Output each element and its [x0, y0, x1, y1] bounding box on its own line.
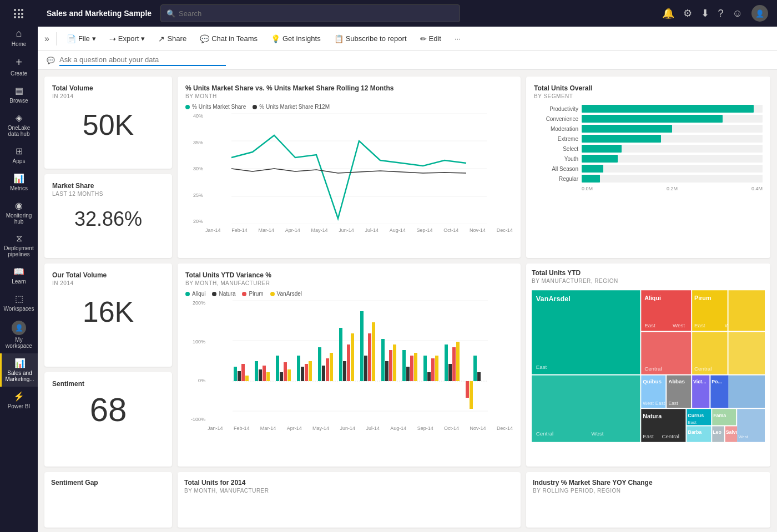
sidebar-item-waffle[interactable] — [0, 4, 38, 23]
bar-track — [582, 145, 763, 153]
industry-market-share-card: Industry % Market Share YOY Change BY RO… — [526, 472, 770, 528]
sidebar-item-home[interactable]: ⌂ Home — [0, 23, 38, 52]
bar-chart-title: Total Units Overall — [534, 84, 763, 92]
svg-text:Abbas: Abbas — [668, 378, 685, 384]
download-icon[interactable]: ⬇ — [701, 7, 709, 19]
svg-rect-88 — [729, 376, 765, 408]
sales-icon: 📊 — [14, 358, 26, 368]
bar-row-select: Select — [534, 145, 763, 153]
svg-rect-13 — [255, 361, 258, 381]
our-total-volume-card: Our Total Volume IN 2014 16K — [44, 264, 172, 367]
chat-in-teams-btn[interactable]: 💬 Chat in Teams — [194, 32, 263, 46]
apps-icon: ⊞ — [16, 146, 23, 156]
sidebar-item-learn[interactable]: 📖 Learn — [0, 262, 38, 289]
grouped-bar-axes: 200% 100% 0% -100% — [185, 300, 513, 431]
bar-fill — [582, 145, 622, 153]
svg-text:East: East — [643, 433, 654, 439]
bar-fill — [582, 165, 603, 173]
line-chart-axes: 40% 35% 30% 25% 20% — [185, 113, 513, 233]
our-total-volume-value: 16K — [52, 297, 164, 326]
notifications-icon[interactable]: 🔔 — [662, 7, 674, 19]
sentiment-gap-title: Sentiment Gap — [51, 479, 165, 487]
sidebar-item-workspaces[interactable]: ⬚ Workspaces — [0, 289, 38, 316]
legend-aliqui: Aliqui — [185, 291, 205, 297]
toolbar: » 📄 File ▾ ⇢ Export ▾ ↗ Share 💬 Chat in … — [38, 27, 777, 51]
svg-rect-51 — [452, 347, 456, 381]
create-icon: + — [16, 56, 22, 69]
bar-row-moderation: Moderation — [534, 125, 763, 133]
svg-rect-30 — [343, 361, 346, 381]
search-input[interactable] — [179, 9, 454, 18]
sidebar-item-apps[interactable]: ⊞ Apps — [0, 141, 38, 169]
bar-track — [582, 125, 763, 133]
svg-text:VanArsdel: VanArsdel — [536, 295, 571, 303]
export-icon: ⇢ — [109, 34, 116, 43]
svg-text:East: East — [536, 364, 547, 370]
svg-rect-27 — [326, 358, 329, 381]
svg-rect-18 — [280, 372, 283, 381]
avatar[interactable]: 👤 — [751, 5, 768, 22]
bar-fill — [582, 105, 754, 113]
treemap-card: Total Units YTD BY MANUFACTURER, REGION … — [526, 264, 770, 467]
sidebar-item-deployment[interactable]: ⧖ Deploymentpipelines — [0, 229, 38, 262]
help-icon[interactable]: ? — [718, 8, 724, 19]
svg-rect-36 — [372, 322, 375, 381]
svg-text:Central: Central — [662, 433, 679, 439]
powerbi-icon: ⚡ — [13, 391, 24, 402]
search-bar[interactable]: 🔍 — [160, 4, 460, 22]
svg-rect-21 — [297, 356, 300, 381]
svg-rect-16 — [266, 372, 270, 381]
sidebar-item-label: Myworkspace — [6, 337, 32, 349]
total-volume-subtitle: IN 2014 — [52, 93, 164, 99]
industry-market-share-title: Industry % Market Share YOY Change — [533, 479, 764, 487]
sidebar-item-label: Apps — [13, 158, 26, 164]
edit-btn[interactable]: ✏ Edit — [415, 32, 447, 46]
sidebar-item-metrics[interactable]: 📊 Metrics — [0, 169, 38, 196]
sidebar-item-sales-marketing[interactable]: 📊 Sales and Marketing... — [0, 353, 38, 387]
main-area: Sales and Marketing Sample 🔍 🔔 ⚙ ⬇ ? ☺ 👤… — [38, 0, 777, 532]
sidebar-item-browse[interactable]: ▤ Browse — [0, 81, 38, 108]
grouped-bar-title: Total Units YTD Variance % — [185, 271, 513, 279]
sidebar-item-label: Power BI — [8, 403, 31, 409]
sidebar-item-myworkspace[interactable]: 👤 Myworkspace — [0, 316, 38, 353]
sentiment-gap-card: Sentiment Gap — [44, 472, 172, 528]
get-insights-btn[interactable]: 💡 Get insights — [265, 32, 326, 46]
svg-text:Currus: Currus — [688, 413, 704, 418]
feedback-icon[interactable]: ☺ — [733, 8, 743, 19]
more-btn[interactable]: ··· — [449, 32, 466, 45]
file-btn[interactable]: 📄 File ▾ — [61, 32, 102, 46]
grouped-bar-svg — [208, 300, 513, 422]
svg-text:West: West — [591, 430, 603, 437]
svg-rect-54 — [470, 381, 473, 409]
total-volume-title: Total Volume — [52, 84, 164, 92]
expand-btn[interactable]: » — [42, 32, 52, 46]
export-btn[interactable]: ⇢ Export ▾ — [104, 32, 151, 46]
svg-rect-39 — [389, 350, 392, 381]
legend-teal: % Units Market Share — [185, 104, 246, 110]
sidebar-item-monitoring[interactable]: ◉ Monitoringhub — [0, 196, 38, 229]
svg-text:Aliqui: Aliqui — [644, 295, 661, 301]
sidebar-item-create[interactable]: + Create — [0, 52, 38, 81]
bar-track — [582, 175, 763, 183]
grouped-x-axis: Jan-14 Feb-14 Mar-14 Apr-14 May-14 Jun-1… — [208, 425, 513, 431]
svg-rect-56 — [477, 372, 481, 381]
legend-dark: % Units Market Share R12M — [253, 104, 330, 110]
settings-icon[interactable]: ⚙ — [683, 7, 692, 19]
bar-row-regular: Regular — [534, 175, 763, 183]
subscribe-btn[interactable]: 📋 Subscribe to report — [329, 32, 412, 46]
svg-rect-46 — [427, 372, 431, 381]
svg-rect-75 — [729, 290, 765, 331]
svg-rect-44 — [414, 353, 417, 381]
share-btn[interactable]: ↗ Share — [153, 32, 192, 46]
svg-rect-14 — [259, 369, 262, 381]
qa-input[interactable] — [59, 54, 226, 66]
svg-text:Vict...: Vict... — [693, 379, 706, 384]
line-chart-svg — [205, 113, 513, 224]
svg-rect-52 — [456, 342, 460, 381]
bar-x-axis: 0.0M 0.2M 0.4M — [534, 186, 763, 191]
sidebar-item-onelake[interactable]: ◈ OneLakedata hub — [0, 108, 38, 141]
svg-rect-19 — [284, 362, 287, 381]
svg-text:West: West — [738, 434, 748, 439]
top-nav: Sales and Marketing Sample 🔍 🔔 ⚙ ⬇ ? ☺ 👤 — [38, 0, 777, 27]
sidebar-item-powerbi[interactable]: ⚡ Power BI — [0, 387, 38, 414]
